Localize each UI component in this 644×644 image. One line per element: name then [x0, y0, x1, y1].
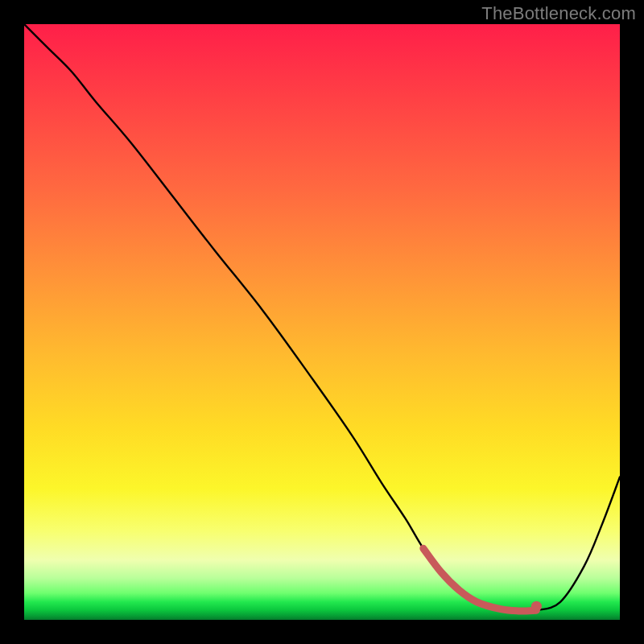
curve-svg: [24, 24, 620, 620]
bottleneck-curve-line: [24, 24, 620, 611]
optimal-range-highlight: [423, 548, 537, 611]
plot-area: [24, 24, 620, 620]
optimal-range-endpoint: [531, 601, 542, 612]
watermark-text: TheBottleneck.com: [481, 3, 636, 24]
chart-frame: TheBottleneck.com: [0, 0, 644, 644]
